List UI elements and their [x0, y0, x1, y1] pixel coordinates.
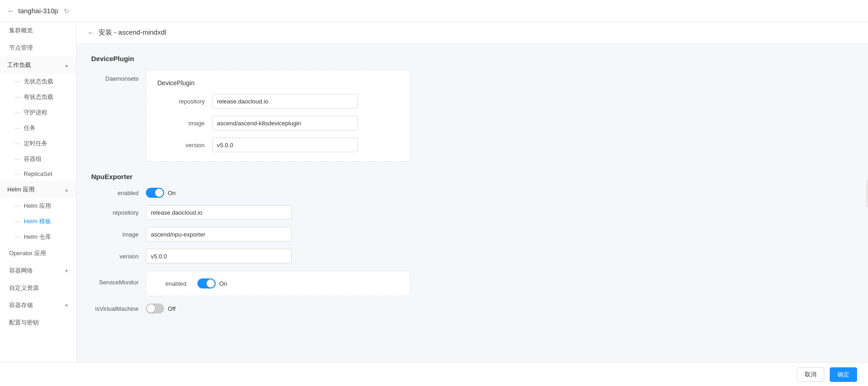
- sidebar-item-task[interactable]: 任务: [0, 120, 76, 136]
- is-vm-toggle-wrapper: Off: [146, 304, 176, 314]
- sidebar-item-helm-app-sub[interactable]: Helm 应用: [0, 198, 76, 214]
- npu-image-input[interactable]: [146, 227, 292, 242]
- sm-enabled-label: enabled: [157, 280, 194, 287]
- bottom-bar: 取消 确定: [0, 362, 868, 386]
- main-layout: 集群概览 节点管理 工作负载 ▲ 无状态负载 有状态负载 守护进程 任务 定时任…: [0, 22, 868, 362]
- sidebar-item-replicaset[interactable]: ReplicaSet: [0, 167, 76, 181]
- npu-repository-label: repository: [91, 209, 146, 216]
- page-title: 安装 - ascend-mindxdl: [98, 28, 166, 37]
- main-content: ← 安装 - ascend-mindxdl DevicePlugin Daemo…: [77, 22, 868, 362]
- is-vm-toggle[interactable]: [146, 304, 164, 314]
- npu-enabled-label: enabled: [91, 190, 146, 196]
- version-input[interactable]: [212, 138, 358, 152]
- refresh-icon[interactable]: ↻: [64, 7, 69, 15]
- daemonsets-label: Daemonsets: [91, 70, 146, 82]
- sidebar-item-timed-task[interactable]: 定时任务: [0, 136, 76, 151]
- sidebar-item-node-management[interactable]: 节点管理: [0, 39, 76, 57]
- npu-repository-input[interactable]: [146, 205, 292, 220]
- sm-enabled-wrapper: enabled On: [157, 278, 399, 288]
- form-body: DevicePlugin Daemonsets DevicePlugin rep…: [91, 44, 853, 324]
- sidebar-item-config-map[interactable]: 配置与密钥: [0, 314, 76, 331]
- daemonsets-card: DevicePlugin repository image version: [146, 70, 410, 162]
- toggle-knob: [155, 189, 163, 197]
- sm-enabled-toggle[interactable]: [197, 278, 216, 288]
- sidebar-item-guardian[interactable]: 守护进程: [0, 105, 76, 120]
- sidebar-item-custom-resource[interactable]: 自定义资源: [0, 279, 76, 297]
- device-plugin-title: DevicePlugin: [91, 55, 853, 62]
- sidebar-item-container-network[interactable]: 容器网络 ▼: [0, 262, 76, 279]
- chevron-down-icon-network: ▼: [64, 268, 69, 273]
- chevron-up-icon: ▲: [64, 63, 69, 68]
- sidebar-item-container-storage[interactable]: 容器存储 ▼: [0, 297, 76, 314]
- chevron-down-icon-storage: ▼: [64, 303, 69, 308]
- sidebar-item-cluster-overview[interactable]: 集群概览: [0, 22, 76, 39]
- service-monitor-card: enabled On: [146, 271, 410, 296]
- sidebar-item-helm-template[interactable]: Helm 模板: [0, 214, 76, 229]
- page-header: ← 安装 - ascend-mindxdl: [77, 22, 868, 44]
- service-monitor-row: ServiceMonitor enabled On: [91, 271, 853, 296]
- npu-exporter-title: NpuExporter: [91, 173, 853, 180]
- npu-version-input[interactable]: [146, 249, 292, 263]
- npu-image-label: image: [91, 231, 146, 238]
- version-row: version: [157, 138, 399, 152]
- back-icon[interactable]: ←: [7, 7, 15, 15]
- cancel-button[interactable]: 取消: [797, 367, 824, 382]
- npu-enabled-row: enabled On: [91, 188, 853, 198]
- right-edge-indicator: [866, 180, 868, 207]
- repository-input[interactable]: [212, 94, 358, 108]
- device-plugin-card-title: DevicePlugin: [157, 79, 399, 87]
- sidebar: 集群概览 节点管理 工作负载 ▲ 无状态负载 有状态负载 守护进程 任务 定时任…: [0, 22, 77, 362]
- chevron-up-icon-helm: ▲: [64, 187, 69, 192]
- image-input[interactable]: [212, 116, 358, 130]
- is-vm-toggle-knob: [147, 304, 155, 313]
- is-vm-label: isVirtualMachine: [91, 305, 146, 312]
- npu-repository-row: repository: [91, 205, 853, 220]
- device-plugin-section: DevicePlugin Daemonsets DevicePlugin rep…: [91, 55, 853, 162]
- repository-label: repository: [157, 98, 212, 105]
- page-back-icon[interactable]: ←: [88, 29, 95, 37]
- daemonsets-row: Daemonsets DevicePlugin repository image: [91, 70, 853, 162]
- confirm-button[interactable]: 确定: [830, 367, 857, 382]
- sm-on-label: On: [219, 280, 227, 287]
- image-label: image: [157, 120, 212, 127]
- cluster-name: tanghai-310p: [18, 7, 58, 15]
- repository-row: repository: [157, 94, 399, 108]
- service-monitor-label: ServiceMonitor: [91, 271, 146, 286]
- sidebar-item-stateful[interactable]: 有状态负载: [0, 89, 76, 105]
- npu-enabled-toggle[interactable]: [146, 188, 164, 198]
- sidebar-item-helm-repo[interactable]: Helm 仓库: [0, 229, 76, 245]
- sidebar-item-helm-app[interactable]: Helm 应用 ▲: [0, 181, 76, 198]
- sm-toggle-knob: [207, 279, 215, 288]
- npu-enabled-on-label: On: [168, 190, 176, 196]
- npu-exporter-section: NpuExporter enabled On repository: [91, 173, 853, 314]
- sidebar-item-operator-app[interactable]: Operator 应用: [0, 245, 76, 262]
- npu-image-row: image: [91, 227, 853, 242]
- sidebar-item-workload[interactable]: 工作负载 ▲: [0, 57, 76, 74]
- npu-version-row: version: [91, 249, 853, 263]
- version-label: version: [157, 142, 212, 149]
- top-bar: ← tanghai-310p ↻: [0, 0, 868, 22]
- npu-version-label: version: [91, 253, 146, 260]
- sidebar-item-container-group[interactable]: 容器组: [0, 151, 76, 167]
- image-row: image: [157, 116, 399, 130]
- is-vm-off-label: Off: [168, 305, 176, 312]
- sidebar-item-stateless[interactable]: 无状态负载: [0, 74, 76, 89]
- npu-enabled-toggle-wrapper: On: [146, 188, 176, 198]
- is-virtual-machine-row: isVirtualMachine Off: [91, 304, 853, 314]
